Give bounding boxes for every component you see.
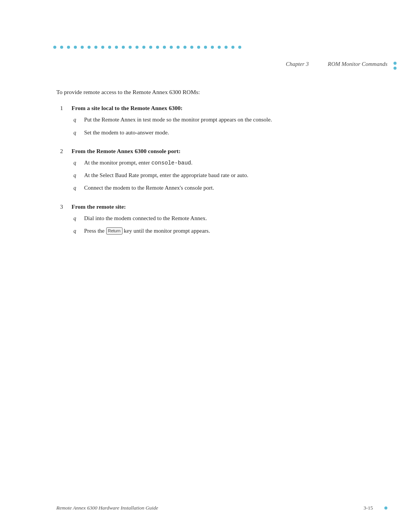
header-dot-18 [170,46,173,49]
footer: Remote Annex 6300 Hardware Installation … [56,505,387,511]
step-2-bullet-3: q Connect the modem to the Remote Annex'… [73,184,377,192]
bullet-icon-6: q [73,214,84,223]
step-1-bullets: q Put the Remote Annex in test mode so t… [73,115,377,137]
bullet-icon-1: q [73,115,84,124]
header-dot-24 [211,46,214,49]
footer-right: 3-15 [363,505,387,511]
footer-page: 3-15 [363,505,373,511]
step-2-bullet-1: q At the monitor prompt, enter console-b… [73,158,377,167]
step-3-bullet-1: q Dial into the modem connected to the R… [73,214,377,223]
step-1: 1 From a site local to the Remote Annex … [60,105,377,141]
step-3-content: From the remote site: q Dial into the mo… [72,203,377,240]
right-dot-1 [393,62,397,65]
bullet-icon-4: q [73,171,84,180]
header-dot-9 [108,46,111,49]
step-2-title: From the Remote Annex 6300 console port: [72,148,377,155]
intro-text: To provide remote access to the Remote A… [56,88,377,96]
header-dot-7 [94,46,97,49]
header-dot-14 [142,46,145,49]
step-2-bullet-3-text: Connect the modem to the Remote Annex's … [84,184,377,192]
step-1-number: 1 [60,105,72,112]
step-2-number: 2 [60,148,72,155]
step-1-bullet-1-text: Put the Remote Annex in test mode so the… [84,115,377,124]
header-dot-15 [149,46,152,49]
step-2: 2 From the Remote Annex 6300 console por… [60,148,377,197]
bullet-icon-5: q [73,184,84,192]
chapter-label: Chapter 3 [286,61,309,67]
header-dot-26 [225,46,228,49]
header-dot-12 [129,46,132,49]
return-key: Return [106,227,123,235]
step-2-bullet-1-text: At the monitor prompt, enter console-bau… [84,158,377,167]
dot-decoration [53,46,388,49]
header-dot-27 [231,46,234,49]
step-3-bullet-2: q Press the Return key until the monitor… [73,227,377,235]
header-dot-1 [53,46,56,49]
header-dot-6 [88,46,91,49]
bullet-icon-2: q [73,128,84,137]
footer-dot [384,506,387,510]
header-dot-28 [238,46,241,49]
step-3-number: 3 [60,203,72,210]
step-1-title: From a site local to the Remote Annex 63… [72,105,377,112]
right-dots [393,62,397,70]
chapter-header: Chapter 3 ROM Monitor Commands [286,61,387,67]
main-content: To provide remote access to the Remote A… [56,88,377,246]
step-3-bullet-2-text: Press the Return key until the monitor p… [84,227,377,235]
step-1-content: From a site local to the Remote Annex 63… [72,105,377,141]
header-dot-3 [67,46,70,49]
step-3-bullets: q Dial into the modem connected to the R… [73,214,377,236]
header-dot-23 [204,46,207,49]
console-baud-code: console-baud [151,160,191,166]
header-dot-13 [135,46,139,49]
bullet-icon-3: q [73,158,84,167]
step-3: 3 From the remote site: q Dial into the … [60,203,377,240]
header-dot-5 [81,46,84,49]
right-dot-2 [393,67,397,70]
step-2-content: From the Remote Annex 6300 console port:… [72,148,377,197]
step-3-bullet-1-text: Dial into the modem connected to the Rem… [84,214,377,223]
bullet-icon-7: q [73,227,84,235]
header-dot-25 [218,46,221,49]
page: Chapter 3 ROM Monitor Commands To provid… [0,0,411,532]
step-1-bullet-2: q Set the modem to auto-answer mode. [73,128,377,137]
header-dot-2 [60,46,63,49]
step-1-bullet-2-text: Set the modem to auto-answer mode. [84,128,377,137]
footer-title: Remote Annex 6300 Hardware Installation … [56,505,158,511]
header-dot-4 [74,46,77,49]
step-3-title: From the remote site: [72,203,377,210]
header-dots-row [53,45,388,50]
header-dot-16 [156,46,159,49]
step-2-bullet-2: q At the Select Baud Rate prompt, enter … [73,171,377,180]
header-dot-20 [183,46,186,49]
step-2-bullets: q At the monitor prompt, enter console-b… [73,158,377,193]
header-dot-10 [115,46,118,49]
header-dot-22 [197,46,200,49]
header-dot-21 [190,46,193,49]
chapter-title: ROM Monitor Commands [328,61,387,67]
step-1-bullet-1: q Put the Remote Annex in test mode so t… [73,115,377,124]
header-dot-19 [177,46,180,49]
step-2-bullet-2-text: At the Select Baud Rate prompt, enter th… [84,171,377,180]
steps-list: 1 From a site local to the Remote Annex … [60,105,377,239]
header-dot-8 [101,46,104,49]
header-dot-17 [163,46,166,49]
header-dot-11 [122,46,125,49]
